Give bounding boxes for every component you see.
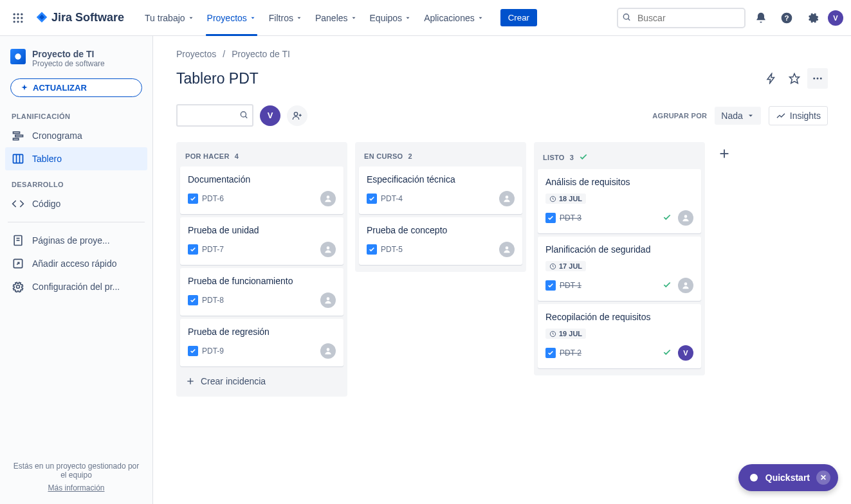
svg-point-30	[294, 112, 297, 115]
board-search[interactable]	[176, 104, 253, 127]
done-check-icon	[663, 280, 672, 291]
sidebar-item-timeline[interactable]: Cronograma	[5, 124, 147, 147]
card-key: PDT-9	[202, 346, 224, 356]
column-header[interactable]: EN CURSO 2	[359, 146, 522, 166]
jira-logo[interactable]: Jira Software	[31, 11, 128, 25]
card-key: PDT-7	[202, 245, 224, 254]
card-title: Prueba de regresión	[188, 327, 336, 337]
svg-point-25	[813, 78, 815, 80]
column-header[interactable]: POR HACER 4	[180, 146, 343, 166]
issue-card[interactable]: Planificación de seguridad17 JUL PDT-1	[538, 237, 701, 301]
global-search[interactable]	[617, 8, 746, 28]
unassigned-avatar[interactable]	[499, 242, 515, 257]
nav-item-label: Equipos	[370, 13, 403, 23]
card-key: PDT-5	[381, 245, 403, 254]
assignee-avatar[interactable]: V	[678, 345, 693, 361]
chevron-down-icon	[477, 15, 484, 21]
svg-point-26	[817, 78, 819, 80]
create-issue-button[interactable]: Crear incidencia	[180, 370, 343, 393]
issue-card[interactable]: Recopilación de requisitos19 JUL PDT-2 V	[538, 304, 701, 368]
sidebar-item-shortcut[interactable]: Añadir acceso rápido	[5, 252, 147, 275]
automation-icon[interactable]	[761, 68, 782, 89]
sidebar-footer: Estás en un proyecto gestionado por el e…	[5, 455, 147, 499]
issue-card[interactable]: Prueba de concepto PDT-5	[359, 217, 522, 265]
more-icon[interactable]	[807, 68, 828, 89]
svg-point-23	[17, 285, 20, 289]
unassigned-avatar[interactable]	[320, 343, 336, 359]
issue-card[interactable]: Especificación técnica PDT-4	[359, 166, 522, 214]
column-count: 2	[408, 152, 412, 160]
nav-items: Tu trabajoProyectosFiltrosPanelesEquipos…	[138, 9, 490, 27]
issue-card[interactable]: Análisis de requisitos18 JUL PDT-3	[538, 169, 701, 233]
task-type-icon	[188, 346, 198, 356]
chevron-down-icon	[250, 15, 256, 21]
sidebar-item-settings[interactable]: Configuración del pr...	[5, 275, 147, 298]
svg-line-29	[245, 116, 247, 118]
svg-point-44	[684, 282, 688, 285]
add-column-button[interactable]	[713, 142, 736, 165]
card-key: PDT-3	[560, 213, 581, 222]
quickstart-button[interactable]: Quickstart ✕	[738, 464, 838, 491]
card-key: PDT-1	[560, 281, 581, 290]
app-switcher-icon[interactable]	[8, 8, 28, 28]
sidebar-item-code[interactable]: Código	[5, 192, 147, 215]
issue-card[interactable]: Prueba de funcionamiento PDT-8	[180, 268, 343, 316]
nav-item-proyectos[interactable]: Proyectos	[201, 9, 262, 27]
search-input[interactable]	[617, 8, 746, 28]
upgrade-button[interactable]: ACTUALIZAR	[10, 78, 142, 97]
star-icon[interactable]	[784, 68, 805, 89]
filter-avatar[interactable]: V	[260, 105, 280, 126]
svg-point-33	[327, 195, 330, 199]
top-navigation: Jira Software Tu trabajoProyectosFiltros…	[0, 0, 851, 36]
notifications-icon[interactable]	[751, 8, 771, 28]
card-title: Prueba de funcionamiento	[188, 276, 336, 286]
svg-point-8	[21, 21, 23, 22]
add-user-button[interactable]	[287, 105, 307, 126]
nav-item-tu-trabajo[interactable]: Tu trabajo	[138, 9, 201, 27]
column-count: 3	[570, 154, 574, 161]
issue-card[interactable]: Documentación PDT-6	[180, 166, 343, 214]
nav-item-aplicaciones[interactable]: Aplicaciones	[417, 9, 490, 27]
issue-card[interactable]: Prueba de unidad PDT-7	[180, 217, 343, 265]
column-title: POR HACER	[185, 152, 230, 160]
shortcut-label: Añadir acceso rápido	[32, 258, 117, 269]
breadcrumb-root[interactable]: Proyectos	[176, 49, 216, 59]
unassigned-avatar[interactable]	[320, 242, 336, 257]
unassigned-avatar[interactable]	[320, 191, 336, 206]
nav-item-paneles[interactable]: Paneles	[309, 9, 363, 27]
help-icon[interactable]: ?	[776, 8, 797, 28]
card-title: Prueba de concepto	[367, 225, 515, 235]
unassigned-avatar[interactable]	[678, 210, 693, 226]
insights-button[interactable]: Insights	[769, 106, 828, 125]
task-type-icon	[545, 213, 556, 223]
user-avatar[interactable]: V	[828, 10, 843, 26]
unassigned-avatar[interactable]	[678, 278, 693, 293]
footer-link[interactable]: Más información	[12, 483, 141, 492]
breadcrumb-current[interactable]: Proyecto de TI	[232, 49, 290, 59]
chevron-down-icon	[296, 15, 302, 21]
svg-point-9	[623, 14, 628, 19]
project-header[interactable]: Proyecto de TI Proyecto de software	[5, 49, 147, 78]
issue-card[interactable]: Prueba de regresión PDT-9	[180, 319, 343, 366]
gear-icon	[12, 280, 24, 293]
close-icon[interactable]: ✕	[816, 471, 830, 485]
date-badge: 19 JUL	[545, 328, 586, 339]
check-icon	[579, 152, 588, 163]
chevron-down-icon	[351, 15, 357, 21]
create-button[interactable]: Crear	[500, 9, 537, 26]
insights-label: Insights	[790, 111, 821, 121]
page-icon	[12, 234, 24, 247]
unassigned-avatar[interactable]	[499, 191, 515, 206]
group-by-dropdown[interactable]: Nada	[715, 107, 760, 125]
sidebar-item-pages[interactable]: Páginas de proye...	[5, 229, 147, 252]
nav-item-equipos[interactable]: Equipos	[363, 9, 418, 27]
sidebar-item-board[interactable]: Tablero	[5, 147, 147, 170]
svg-rect-14	[15, 135, 23, 137]
board-toolbar: V AGRUPAR POR Nada Insights	[176, 104, 828, 127]
task-type-icon	[367, 244, 377, 255]
settings-icon[interactable]	[802, 8, 823, 28]
unassigned-avatar[interactable]	[320, 292, 336, 308]
svg-point-28	[241, 111, 246, 116]
nav-item-filtros[interactable]: Filtros	[262, 9, 309, 27]
column-header[interactable]: LISTO 3	[538, 146, 701, 169]
